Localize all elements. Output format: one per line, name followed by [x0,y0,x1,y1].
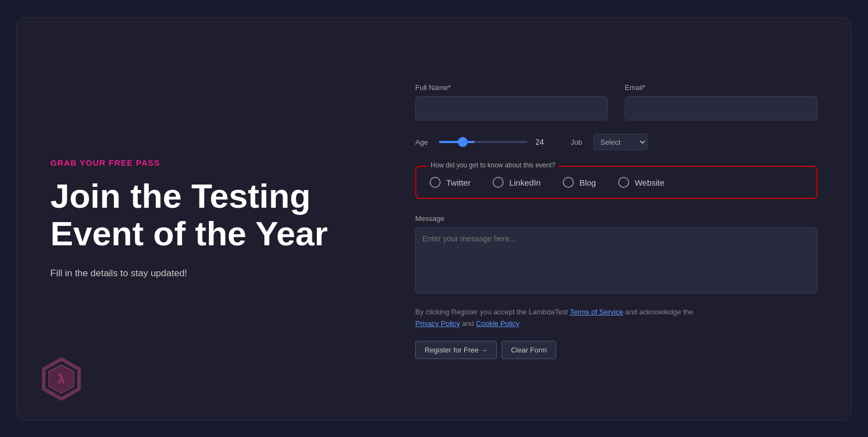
full-name-input[interactable] [415,96,608,120]
legal-text-and: and [460,319,476,328]
clear-button[interactable]: Clear Form [501,341,556,359]
radio-options: Twitter LinkedIn Blog Website [430,177,803,188]
radio-twitter[interactable]: Twitter [430,177,470,188]
legal-text-middle: and acknowledge the [623,308,693,316]
main-card: GRAB YOUR FREE PASS Join the Testing Eve… [17,17,851,420]
radio-linkedin[interactable]: LinkedIn [493,177,541,188]
radio-website[interactable]: Website [618,177,665,188]
register-button[interactable]: Register for Free → [415,341,497,359]
legal-text: By clicking Register you accept the Lamb… [415,307,818,330]
message-label: Message [415,214,818,223]
main-title: Join the Testing Event of the Year [50,177,360,252]
radio-label-linkedin: LinkedIn [509,178,541,187]
message-textarea[interactable] [415,227,818,293]
full-name-group: Full Name* [415,83,608,120]
age-slider-wrapper: 24 [439,138,548,146]
radio-input-twitter[interactable] [430,177,441,188]
age-label: Age [415,138,428,146]
grab-label: GRAB YOUR FREE PASS [50,158,360,167]
referral-legend: How did you get to know about this event… [427,161,558,169]
cookie-link[interactable]: Cookie Policy [476,319,520,328]
button-row: Register for Free → Clear Form [415,341,818,359]
referral-fieldset: How did you get to know about this event… [415,166,818,199]
left-panel: GRAB YOUR FREE PASS Join the Testing Eve… [17,18,393,420]
email-group: Email* [625,83,818,120]
job-label: Job [571,138,582,146]
tos-link[interactable]: Terms of Service [569,308,623,316]
radio-input-website[interactable] [618,177,629,188]
job-select[interactable]: Select Developer Designer Manager Other [593,134,647,150]
name-email-row: Full Name* Email* [415,83,818,120]
logo: λ [39,357,83,403]
email-input[interactable] [625,96,818,120]
radio-label-blog: Blog [579,178,596,187]
radio-label-twitter: Twitter [446,178,470,187]
subtitle: Fill in the details to stay updated! [50,268,360,279]
message-group: Message [415,214,818,296]
radio-input-blog[interactable] [563,177,574,188]
legal-text-before: By clicking Register you accept the Lamb… [415,308,569,316]
age-job-row: Age 24 Job Select Developer Designer Man… [415,134,818,150]
age-slider[interactable] [439,141,527,143]
age-value: 24 [535,138,548,146]
privacy-link[interactable]: Privacy Policy [415,319,460,328]
radio-input-linkedin[interactable] [493,177,504,188]
radio-label-website: Website [635,178,665,187]
svg-text:λ: λ [58,372,65,386]
email-label: Email* [625,83,818,92]
radio-blog[interactable]: Blog [563,177,596,188]
full-name-label: Full Name* [415,83,608,92]
right-panel: Full Name* Email* Age 24 Job Select Deve… [393,18,851,420]
